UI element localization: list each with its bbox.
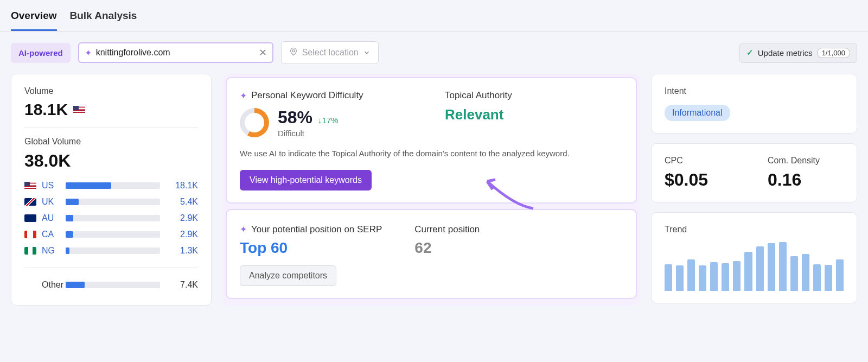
country-value: 5.4K (165, 197, 198, 207)
flag-ca-icon (24, 231, 36, 238)
country-value: 2.9K (165, 213, 198, 223)
trend-bar (710, 262, 718, 291)
volume-value: 18.1K (24, 100, 68, 119)
flag-uk-icon (24, 198, 36, 206)
toolbar: AI-powered ✦ ✕ Select location ✓ Update … (0, 31, 868, 74)
trend-bar (722, 263, 729, 291)
update-count-badge: 1/1,000 (817, 48, 850, 58)
flag-ng-icon (24, 247, 36, 255)
pkd-description: We use AI to indicate the Topical Author… (240, 148, 623, 160)
country-row-other: Other 7.4K (24, 277, 198, 293)
intent-card: Intent Informational (651, 74, 857, 134)
volume-label: Volume (24, 86, 198, 96)
country-value: 18.1K (165, 181, 198, 190)
divider (24, 268, 198, 268)
country-code: US (42, 181, 60, 190)
country-other-label: Other (42, 280, 60, 290)
com-density-value: 0.16 (768, 170, 844, 190)
com-density-label: Com. Density (768, 156, 844, 166)
trend-bar (813, 264, 821, 291)
trend-bar (665, 264, 672, 291)
cpc-label: CPC (665, 156, 741, 166)
check-icon: ✓ (746, 48, 754, 58)
view-high-potential-button[interactable]: View high-potential keywords (240, 170, 372, 190)
country-value: 1.3K (165, 246, 198, 256)
global-volume-value: 38.0K (24, 151, 198, 171)
intent-label: Intent (665, 86, 844, 96)
pkd-difficulty-label: Difficult (278, 129, 339, 138)
sparkle-icon: ✦ (85, 48, 92, 58)
serp-potential-title: Your potential position on SERP (251, 224, 382, 235)
flag-us-icon (24, 182, 36, 189)
trend-bar (768, 243, 775, 291)
country-value: 2.9K (165, 230, 198, 239)
topical-authority-title: Topical Authority (445, 90, 512, 101)
country-bar (66, 231, 160, 238)
location-placeholder: Select location (302, 48, 359, 58)
country-row[interactable]: CA2.9K (24, 226, 198, 243)
trend-bar (687, 259, 695, 291)
chevron-down-icon (363, 49, 371, 56)
trend-bar (676, 265, 684, 291)
ai-powered-badge: AI-powered (11, 43, 71, 63)
trend-bar (779, 242, 787, 291)
tab-overview[interactable]: Overview (11, 0, 57, 31)
pkd-donut-chart (240, 108, 269, 137)
annotation-arrow-icon (465, 173, 541, 214)
global-volume-label: Global Volume (24, 137, 198, 147)
country-code: AU (42, 213, 60, 223)
update-metrics-button[interactable]: ✓ Update metrics 1/1,000 (739, 43, 857, 63)
trend-bar (733, 261, 741, 291)
country-row[interactable]: NG1.3K (24, 243, 198, 259)
topical-authority-value: Relevant (445, 106, 623, 123)
trend-bar (802, 254, 809, 291)
country-bar (66, 215, 160, 221)
serp-current-title: Current position (414, 224, 480, 235)
trend-bar (699, 265, 706, 291)
country-bar (66, 247, 160, 254)
analyze-competitors-button[interactable]: Analyze competitors (240, 265, 336, 286)
trend-bar (790, 256, 798, 291)
pkd-percent: 58% (278, 107, 312, 128)
pin-icon (289, 47, 298, 58)
svg-point-0 (292, 50, 295, 52)
serp-potential-value: Top 60 (240, 239, 382, 257)
trend-card: Trend (651, 212, 857, 303)
pkd-delta: ↓17% (318, 116, 339, 125)
intent-badge: Informational (665, 105, 730, 121)
cpc-density-card: CPC $0.05 Com. Density 0.16 (651, 143, 857, 202)
cpc-value: $0.05 (665, 170, 741, 190)
update-metrics-label: Update metrics (758, 48, 813, 58)
trend-bar (825, 265, 832, 291)
trend-bar (756, 246, 764, 291)
country-code: CA (42, 230, 60, 239)
tabs-bar: Overview Bulk Analysis (0, 0, 868, 31)
ai-center-column: ✦ Personal Keyword Difficulty 58% ↓17% D… (222, 74, 640, 306)
country-row[interactable]: US18.1K (24, 177, 198, 194)
country-bar (66, 182, 160, 189)
sparkle-icon: ✦ (240, 91, 247, 101)
country-code: UK (42, 197, 60, 207)
trend-bar (836, 259, 844, 291)
clear-input-icon[interactable]: ✕ (259, 47, 267, 59)
country-other-value: 7.4K (165, 280, 198, 290)
country-row[interactable]: UK5.4K (24, 194, 198, 210)
sparkle-icon: ✦ (240, 224, 247, 234)
trend-chart (665, 242, 844, 291)
serp-current-value: 62 (414, 239, 480, 257)
flag-au-icon (24, 214, 36, 222)
country-code: NG (42, 246, 60, 256)
volume-card: Volume 18.1K Global Volume 38.0K US18.1K… (11, 74, 212, 306)
tab-bulk-analysis[interactable]: Bulk Analysis (70, 0, 137, 31)
serp-card: ✦ Your potential position on SERP Top 60… (226, 209, 637, 299)
domain-input[interactable] (96, 48, 254, 58)
domain-input-wrap[interactable]: ✦ ✕ (78, 42, 273, 63)
country-bar (66, 199, 160, 205)
pkd-title: Personal Keyword Difficulty (251, 90, 363, 101)
pkd-card: ✦ Personal Keyword Difficulty 58% ↓17% D… (226, 77, 637, 204)
trend-label: Trend (665, 225, 844, 234)
flag-us-icon (73, 106, 85, 113)
country-row[interactable]: AU2.9K (24, 210, 198, 226)
location-select[interactable]: Select location (281, 41, 379, 64)
country-bar (66, 282, 160, 288)
